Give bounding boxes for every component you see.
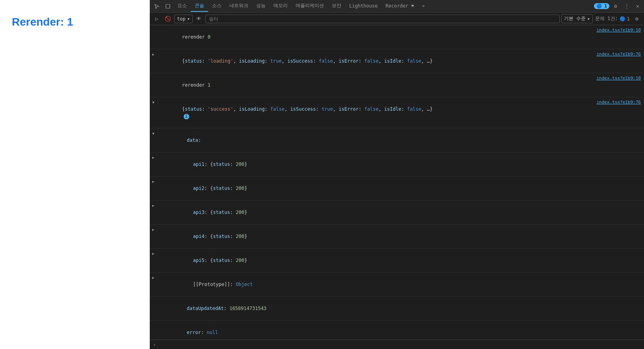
table-row: [[Prototype]]: Object bbox=[150, 273, 644, 297]
row-content: api5: {status: 200} bbox=[158, 249, 644, 271]
execute-icon[interactable]: ▷ bbox=[152, 14, 162, 24]
notification-badge: 🔵 1 bbox=[594, 3, 609, 9]
tab-more[interactable]: » bbox=[418, 1, 429, 12]
table-row: {status: 'success', isLoading: false, is… bbox=[150, 97, 644, 128]
tab-performance[interactable]: 성능 bbox=[252, 1, 270, 12]
row-gutter bbox=[150, 297, 158, 298]
source-link[interactable]: index.tsx?e1b9:10 bbox=[596, 26, 644, 34]
row-content: [[Prototype]]: Object bbox=[158, 273, 644, 295]
row-gutter bbox=[150, 177, 158, 185]
rerender-count: 1 bbox=[67, 16, 73, 28]
table-row: rerender 1 index.tsx?e1b9:10 bbox=[150, 73, 644, 97]
tab-application[interactable]: 애플리케이션 bbox=[292, 1, 328, 12]
console-settings-icon[interactable]: ⚙ bbox=[632, 14, 642, 24]
issue-badge: 문제 1건: 🔵 1 bbox=[595, 15, 630, 22]
row-content: rerender 0 bbox=[158, 26, 596, 48]
rerender-label: Rerender: bbox=[12, 16, 64, 28]
row-content: api3: {status: 200} bbox=[158, 201, 644, 223]
eye-icon[interactable]: 👁 bbox=[194, 14, 204, 24]
row-content: api1: {status: 200} bbox=[158, 153, 644, 175]
row-gutter bbox=[150, 74, 158, 75]
table-row: data: bbox=[150, 128, 644, 152]
tab-bar: 요소 콘솔 소스 네트워크 성능 메모리 애플리케이션 보안 Lighthous… bbox=[150, 0, 644, 13]
svg-rect-0 bbox=[166, 4, 170, 8]
expand-icon[interactable] bbox=[152, 274, 154, 281]
top-label: top bbox=[177, 16, 186, 22]
inspect-icon[interactable] bbox=[162, 1, 173, 12]
row-gutter bbox=[150, 50, 158, 58]
row-content: {status: 'success', isLoading: false, is… bbox=[158, 98, 596, 127]
tab-console[interactable]: 콘솔 bbox=[191, 1, 208, 12]
settings-icon[interactable]: ⚙ bbox=[611, 2, 620, 11]
row-gutter bbox=[150, 273, 158, 281]
console-toolbar: ▷ 🚫 top ▾ 👁 기본 수준 ▾ 문제 1건: 🔵 1 ⚙ bbox=[150, 13, 644, 25]
console-prompt-icon: › bbox=[153, 342, 156, 347]
console-input-row: › bbox=[150, 340, 644, 349]
row-gutter bbox=[150, 153, 158, 161]
source-link[interactable]: index.tsx?e1b9:76 bbox=[596, 98, 644, 106]
devtools-panel: 요소 콘솔 소스 네트워크 성능 메모리 애플리케이션 보안 Lighthous… bbox=[150, 0, 644, 349]
tab-right-controls: 🔵 1 ⚙ ⋮ ✕ bbox=[594, 2, 642, 11]
table-row: api1: {status: 200} bbox=[150, 152, 644, 176]
table-row: api5: {status: 200} bbox=[150, 249, 644, 273]
rerender-title: Rerender: 1 bbox=[12, 16, 73, 28]
table-row: dataUpdatedAt: 1658914731543 bbox=[150, 297, 644, 321]
row-gutter bbox=[150, 98, 158, 106]
cursor-icon[interactable] bbox=[151, 1, 162, 12]
expand-icon[interactable] bbox=[152, 178, 154, 185]
console-content: rerender 0 index.tsx?e1b9:10 {status: 'l… bbox=[150, 25, 644, 340]
row-content: {status: 'loading', isLoading: true, isS… bbox=[158, 50, 596, 72]
table-row: api4: {status: 200} bbox=[150, 225, 644, 249]
issue-count: 1 bbox=[627, 16, 630, 22]
expand-icon[interactable] bbox=[152, 250, 154, 257]
table-row: error: null bbox=[150, 321, 644, 340]
expand-icon[interactable] bbox=[152, 154, 154, 161]
expand-icon[interactable] bbox=[152, 202, 154, 209]
top-context-dropdown[interactable]: top ▾ bbox=[174, 15, 193, 23]
left-panel: Rerender: 1 bbox=[0, 0, 150, 349]
filter-input[interactable] bbox=[205, 15, 560, 23]
dropdown-chevron-icon: ▾ bbox=[187, 16, 190, 22]
clear-console-icon[interactable]: 🚫 bbox=[163, 14, 173, 24]
expand-icon[interactable] bbox=[152, 226, 154, 233]
toolbar-right: 기본 수준 ▾ 문제 1건: 🔵 1 ⚙ bbox=[561, 14, 642, 24]
level-chevron-icon: ▾ bbox=[587, 16, 590, 22]
row-gutter bbox=[150, 249, 158, 257]
text-rerender0: rerender 0 bbox=[182, 34, 210, 40]
expand-icon[interactable] bbox=[152, 51, 154, 58]
row-content: api2: {status: 200} bbox=[158, 177, 644, 199]
tab-memory[interactable]: 메모리 bbox=[270, 1, 292, 12]
collapse-icon[interactable] bbox=[152, 130, 154, 137]
info-icon[interactable]: i bbox=[184, 114, 189, 119]
row-content: dataUpdatedAt: 1658914731543 bbox=[158, 297, 644, 319]
row-content: data: bbox=[158, 129, 644, 151]
tab-recorder[interactable]: Recorder ⚑ bbox=[382, 1, 418, 12]
row-gutter bbox=[150, 129, 158, 137]
row-gutter bbox=[150, 26, 158, 27]
table-row: api2: {status: 200} bbox=[150, 176, 644, 200]
source-link[interactable]: index.tsx?e1b9:10 bbox=[596, 74, 644, 82]
row-gutter bbox=[150, 201, 158, 209]
level-label: 기본 수준 bbox=[564, 15, 586, 22]
issue-label: 문제 1건: bbox=[595, 15, 618, 22]
source-link[interactable]: index.tsx?e1b9:76 bbox=[596, 50, 644, 58]
table-row: {status: 'loading', isLoading: true, isS… bbox=[150, 49, 644, 73]
row-content: api4: {status: 200} bbox=[158, 225, 644, 247]
row-content: error: null bbox=[158, 321, 644, 340]
row-gutter bbox=[150, 321, 158, 322]
tab-elements[interactable]: 요소 bbox=[173, 1, 191, 12]
table-row: rerender 0 index.tsx?e1b9:10 bbox=[150, 25, 644, 49]
more-options-icon[interactable]: ⋮ bbox=[622, 2, 631, 11]
row-gutter bbox=[150, 225, 158, 233]
tab-security[interactable]: 보안 bbox=[328, 1, 345, 12]
tab-lighthouse[interactable]: Lighthouse bbox=[345, 1, 382, 12]
collapse-icon[interactable] bbox=[152, 99, 154, 106]
tab-sources[interactable]: 소스 bbox=[208, 1, 225, 12]
log-level-dropdown[interactable]: 기본 수준 ▾ bbox=[561, 14, 593, 23]
table-row: api3: {status: 200} bbox=[150, 200, 644, 225]
row-content: rerender 1 bbox=[158, 74, 596, 96]
close-icon[interactable]: ✕ bbox=[633, 2, 642, 11]
message-icon: 🔵 bbox=[620, 16, 625, 22]
tab-network[interactable]: 네트워크 bbox=[225, 1, 252, 12]
